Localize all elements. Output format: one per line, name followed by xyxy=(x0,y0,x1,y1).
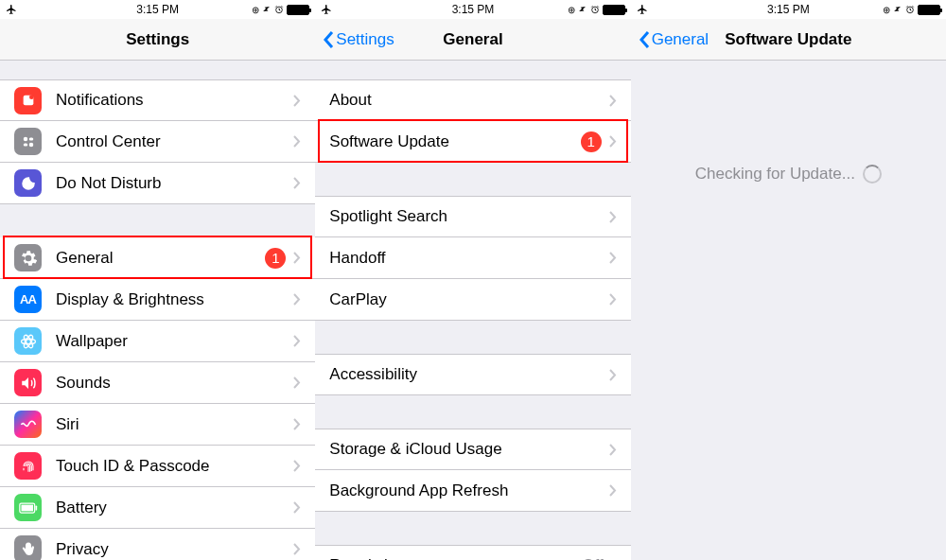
row-label: Handoff xyxy=(329,249,608,268)
row-battery[interactable]: Battery xyxy=(0,487,315,529)
display-icon: AA xyxy=(14,286,42,313)
row-label: About xyxy=(329,91,608,110)
nav-bar: Settings General xyxy=(315,19,630,61)
status-time: 3:15 PM xyxy=(452,3,495,16)
nav-bar: General Software Update xyxy=(631,19,946,61)
row-notifications[interactable]: Notifications xyxy=(0,79,315,121)
chevron-right-icon xyxy=(609,369,617,381)
row-general[interactable]: General 1 xyxy=(0,237,315,279)
svg-rect-5 xyxy=(23,143,27,146)
battery-icon xyxy=(918,5,940,15)
chevron-right-icon xyxy=(293,293,301,306)
row-carplay[interactable]: CarPlay xyxy=(315,279,630,321)
alarm-icon xyxy=(274,5,284,14)
svg-rect-4 xyxy=(28,137,33,140)
notifications-icon xyxy=(14,87,42,114)
battery-icon xyxy=(287,5,309,15)
chevron-right-icon xyxy=(609,95,617,107)
chevron-right-icon xyxy=(609,211,617,223)
badge: 1 xyxy=(581,131,602,152)
row-display-brightness[interactable]: AA Display & Brightness xyxy=(0,279,315,321)
general-panel: 3:15 PM ⊕ Settings General About Softwar… xyxy=(315,0,630,560)
chevron-right-icon xyxy=(293,95,301,107)
row-label: Background App Refresh xyxy=(329,481,608,500)
gear-icon xyxy=(14,244,42,271)
row-about[interactable]: About xyxy=(315,79,630,121)
row-software-update[interactable]: Software Update1 xyxy=(315,121,630,163)
svg-rect-12 xyxy=(21,504,33,511)
chevron-right-icon xyxy=(293,460,301,472)
loading-text: Checking for Update... xyxy=(695,165,855,184)
status-right: ⊕ xyxy=(568,5,625,15)
status-bar: 3:15 PM ⊕ xyxy=(315,0,630,19)
svg-rect-13 xyxy=(35,505,37,510)
row-label: Privacy xyxy=(56,540,293,559)
row-control-center[interactable]: Control Center xyxy=(0,121,315,163)
row-background-refresh[interactable]: Background App Refresh xyxy=(315,470,630,512)
row-label: Sounds xyxy=(56,374,293,393)
row-label: Wallpaper xyxy=(56,332,293,351)
row-sounds[interactable]: Sounds xyxy=(0,362,315,404)
row-label: Do Not Disturb xyxy=(56,174,293,193)
chevron-right-icon xyxy=(609,252,617,264)
svg-point-3 xyxy=(23,136,27,141)
battery-icon xyxy=(603,5,625,15)
chevron-right-icon xyxy=(609,444,617,456)
row-label: Storage & iCloud Usage xyxy=(329,440,608,459)
row-do-not-disturb[interactable]: Do Not Disturb xyxy=(0,163,315,204)
fingerprint-icon xyxy=(14,452,42,480)
row-touch-id[interactable]: Touch ID & Passcode xyxy=(0,446,315,487)
alarm-icon xyxy=(590,5,600,14)
siri-icon xyxy=(14,411,42,438)
chevron-right-icon xyxy=(293,252,301,264)
row-label: Control Center xyxy=(56,132,293,151)
nav-bar: Settings xyxy=(0,19,315,61)
svg-point-6 xyxy=(28,142,33,147)
chevron-right-icon xyxy=(293,501,301,514)
row-restrictions[interactable]: RestrictionsOff xyxy=(315,545,630,560)
row-label: Notifications xyxy=(56,91,293,110)
status-right: ⊕ xyxy=(252,5,309,15)
row-label: Display & Brightness xyxy=(56,290,293,309)
page-title: General xyxy=(443,30,502,49)
badge: 1 xyxy=(265,248,286,269)
chevron-left-icon xyxy=(323,30,334,49)
back-label: General xyxy=(652,30,709,49)
status-bar: 3:15 PM ⊕ xyxy=(0,0,315,19)
control-center-icon xyxy=(14,128,42,155)
row-label: Battery xyxy=(56,499,293,517)
chevron-right-icon xyxy=(293,418,301,430)
airplane-icon xyxy=(6,4,17,15)
location-icon xyxy=(578,5,587,14)
chevron-left-icon xyxy=(639,30,650,49)
sounds-icon xyxy=(14,369,42,396)
row-value: Off xyxy=(582,556,603,560)
chevron-right-icon xyxy=(293,177,301,189)
general-list: About Software Update1 Spotlight Search … xyxy=(315,61,630,560)
back-button[interactable]: Settings xyxy=(323,30,394,49)
chevron-right-icon xyxy=(609,484,617,497)
row-spotlight[interactable]: Spotlight Search xyxy=(315,196,630,237)
settings-list: Notifications Control Center Do Not Dist… xyxy=(0,61,315,560)
airplane-icon xyxy=(637,4,648,15)
location-icon xyxy=(893,5,902,14)
row-wallpaper[interactable]: Wallpaper xyxy=(0,321,315,362)
alarm-icon xyxy=(905,5,915,14)
chevron-right-icon xyxy=(293,135,301,148)
row-accessibility[interactable]: Accessibility xyxy=(315,354,630,395)
row-privacy[interactable]: Privacy xyxy=(0,529,315,560)
back-button[interactable]: General xyxy=(639,30,709,49)
battery-icon xyxy=(14,494,42,521)
row-storage[interactable]: Storage & iCloud Usage xyxy=(315,429,630,470)
row-label: Accessibility xyxy=(329,365,608,384)
status-right: ⊕ xyxy=(883,5,940,15)
moon-icon xyxy=(14,169,42,197)
row-handoff[interactable]: Handoff xyxy=(315,237,630,279)
back-label: Settings xyxy=(336,30,394,49)
page-title: Software Update xyxy=(725,30,851,49)
chevron-right-icon xyxy=(609,293,617,306)
row-siri[interactable]: Siri xyxy=(0,404,315,446)
row-label: Spotlight Search xyxy=(329,207,608,226)
hand-icon xyxy=(14,535,42,560)
svg-point-2 xyxy=(29,95,34,99)
